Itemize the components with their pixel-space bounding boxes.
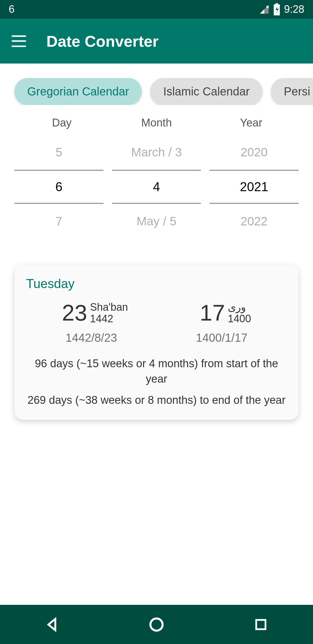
full-dates-row: 1442/8/23 1400/1/17 — [26, 331, 287, 344]
weekday: Tuesday — [26, 276, 287, 291]
header-year: Year — [204, 117, 299, 129]
days-to-end: 269 days (~38 weeks or 8 months) to end … — [26, 392, 287, 408]
result-card: Tuesday 23 Sha'ban 1442 17 وری 1400 1442… — [14, 265, 299, 420]
recent-icon — [254, 618, 268, 632]
day-current[interactable]: 6 — [14, 171, 103, 203]
calendar-tabs[interactable]: Gregorian Calendar Islamic Calendar Pers… — [0, 78, 313, 105]
persian-date-block: 17 وری 1400 — [200, 300, 251, 326]
month-next[interactable]: May / 5 — [112, 204, 201, 239]
year-next[interactable]: 2022 — [210, 204, 299, 239]
status-right: 9:28 — [259, 3, 304, 15]
year-prev[interactable]: 2020 — [210, 135, 299, 170]
battery-icon — [272, 3, 281, 15]
day-wheel[interactable]: 5 6 7 — [14, 135, 103, 239]
menu-icon[interactable] — [12, 35, 26, 47]
persian-day: 17 — [200, 300, 225, 326]
home-icon — [148, 616, 165, 633]
svg-rect-1 — [276, 3, 278, 4]
tab-gregorian[interactable]: Gregorian Calendar — [14, 78, 142, 105]
month-prev[interactable]: March / 3 — [112, 135, 201, 170]
islamic-day: 23 — [62, 300, 87, 326]
year-current[interactable]: 2021 — [210, 171, 299, 203]
month-wheel[interactable]: March / 3 4 May / 5 — [112, 135, 201, 239]
date-pickers: 5 6 7 March / 3 4 May / 5 2020 2021 2022 — [0, 135, 313, 239]
year-wheel[interactable]: 2020 2021 2022 — [210, 135, 299, 239]
svg-point-2 — [150, 618, 163, 631]
content-area: Gregorian Calendar Islamic Calendar Pers… — [0, 64, 313, 605]
status-bar: 6 9:28 — [0, 0, 313, 19]
tab-islamic[interactable]: Islamic Calendar — [150, 78, 262, 105]
islamic-year: 1442 — [90, 313, 128, 325]
picker-headers: Day Month Year — [0, 105, 313, 135]
persian-month: وری — [228, 301, 251, 313]
header-month: Month — [109, 117, 204, 129]
persian-year: 1400 — [228, 313, 251, 325]
clock: 9:28 — [284, 3, 304, 15]
app-bar: Date Converter — [0, 19, 313, 64]
notification-count: 6 — [9, 3, 14, 15]
tab-persian[interactable]: Persi — [271, 78, 313, 105]
islamic-full-date: 1442/8/23 — [65, 331, 117, 344]
app-title: Date Converter — [46, 32, 159, 50]
days-from-start: 96 days (~15 weeks or 4 months) from sta… — [26, 356, 287, 387]
navigation-bar — [0, 605, 313, 644]
recent-button[interactable] — [252, 616, 270, 634]
islamic-date-block: 23 Sha'ban 1442 — [62, 300, 128, 326]
islamic-month: Sha'ban — [90, 301, 128, 313]
converted-dates-row: 23 Sha'ban 1442 17 وری 1400 — [26, 300, 287, 326]
home-button[interactable] — [148, 616, 165, 634]
persian-full-date: 1400/1/17 — [196, 331, 248, 344]
month-current[interactable]: 4 — [112, 171, 201, 203]
day-prev[interactable]: 5 — [14, 135, 103, 170]
header-day: Day — [14, 117, 109, 129]
signal-icon — [259, 4, 270, 15]
back-icon — [45, 617, 60, 632]
status-left: 6 — [9, 3, 14, 15]
day-next[interactable]: 7 — [14, 204, 103, 239]
back-button[interactable] — [43, 616, 61, 634]
svg-rect-3 — [256, 620, 265, 629]
